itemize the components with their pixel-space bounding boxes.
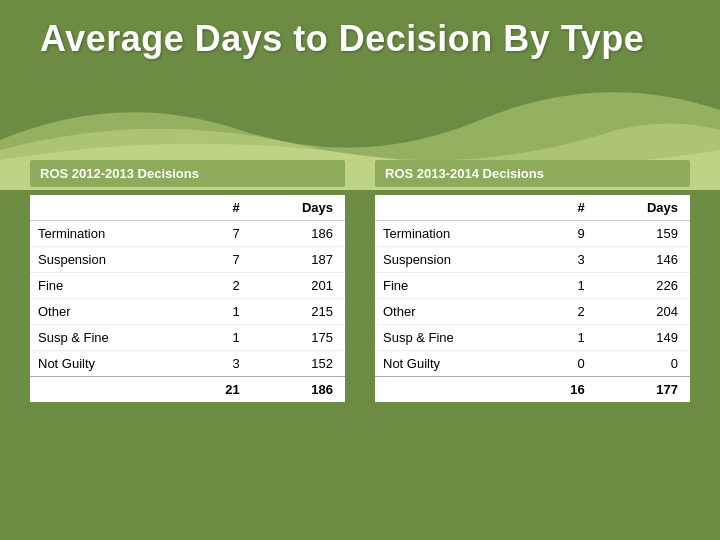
right-table-row: Susp & Fine 1 149 bbox=[375, 325, 690, 351]
right-total-days: 177 bbox=[597, 377, 690, 403]
right-table-section: ROS 2013-2014 Decisions # Days Terminati… bbox=[375, 160, 690, 520]
row-label: Fine bbox=[375, 273, 534, 299]
row-days: 187 bbox=[252, 247, 345, 273]
row-label: Termination bbox=[30, 221, 189, 247]
right-total-label bbox=[375, 377, 534, 403]
left-table-row: Other 1 215 bbox=[30, 299, 345, 325]
row-label: Other bbox=[30, 299, 189, 325]
row-hash: 7 bbox=[189, 221, 252, 247]
page-title: Average Days to Decision By Type bbox=[40, 18, 644, 60]
right-col-label bbox=[375, 195, 534, 221]
row-label: Other bbox=[375, 299, 534, 325]
row-days: 215 bbox=[252, 299, 345, 325]
left-total-days: 186 bbox=[252, 377, 345, 403]
right-table-row: Termination 9 159 bbox=[375, 221, 690, 247]
right-table-header: ROS 2013-2014 Decisions bbox=[375, 160, 690, 187]
right-total-row: 16 177 bbox=[375, 377, 690, 403]
row-hash: 1 bbox=[189, 325, 252, 351]
right-table-row: Fine 1 226 bbox=[375, 273, 690, 299]
row-label: Not Guilty bbox=[30, 351, 189, 377]
row-hash: 1 bbox=[189, 299, 252, 325]
row-hash: 1 bbox=[534, 325, 597, 351]
row-days: 152 bbox=[252, 351, 345, 377]
row-label: Susp & Fine bbox=[30, 325, 189, 351]
left-col-hash: # bbox=[189, 195, 252, 221]
row-days: 204 bbox=[597, 299, 690, 325]
row-label: Fine bbox=[30, 273, 189, 299]
left-table-row: Termination 7 186 bbox=[30, 221, 345, 247]
left-col-days: Days bbox=[252, 195, 345, 221]
row-days: 0 bbox=[597, 351, 690, 377]
row-days: 201 bbox=[252, 273, 345, 299]
left-table-row: Not Guilty 3 152 bbox=[30, 351, 345, 377]
row-label: Suspension bbox=[30, 247, 189, 273]
row-days: 146 bbox=[597, 247, 690, 273]
row-days: 175 bbox=[252, 325, 345, 351]
left-total-label bbox=[30, 377, 189, 403]
row-hash: 7 bbox=[189, 247, 252, 273]
row-hash: 3 bbox=[189, 351, 252, 377]
right-total-hash: 16 bbox=[534, 377, 597, 403]
row-days: 226 bbox=[597, 273, 690, 299]
row-hash: 1 bbox=[534, 273, 597, 299]
left-table-row: Susp & Fine 1 175 bbox=[30, 325, 345, 351]
left-total-row: 21 186 bbox=[30, 377, 345, 403]
right-table-row: Not Guilty 0 0 bbox=[375, 351, 690, 377]
row-days: 149 bbox=[597, 325, 690, 351]
right-col-hash: # bbox=[534, 195, 597, 221]
row-hash: 9 bbox=[534, 221, 597, 247]
left-table-row: Suspension 7 187 bbox=[30, 247, 345, 273]
left-total-hash: 21 bbox=[189, 377, 252, 403]
left-table-header: ROS 2012-2013 Decisions bbox=[30, 160, 345, 187]
content-area: ROS 2012-2013 Decisions # Days Terminati… bbox=[30, 160, 690, 520]
row-hash: 0 bbox=[534, 351, 597, 377]
right-table-row: Other 2 204 bbox=[375, 299, 690, 325]
row-label: Susp & Fine bbox=[375, 325, 534, 351]
row-hash: 2 bbox=[189, 273, 252, 299]
row-hash: 3 bbox=[534, 247, 597, 273]
row-label: Termination bbox=[375, 221, 534, 247]
left-col-label bbox=[30, 195, 189, 221]
right-table: # Days Termination 9 159 Suspension 3 14… bbox=[375, 195, 690, 402]
left-table-section: ROS 2012-2013 Decisions # Days Terminati… bbox=[30, 160, 345, 520]
left-table-row: Fine 2 201 bbox=[30, 273, 345, 299]
right-table-row: Suspension 3 146 bbox=[375, 247, 690, 273]
row-label: Suspension bbox=[375, 247, 534, 273]
row-hash: 2 bbox=[534, 299, 597, 325]
row-days: 186 bbox=[252, 221, 345, 247]
left-table: # Days Termination 7 186 Suspension 7 18… bbox=[30, 195, 345, 402]
row-label: Not Guilty bbox=[375, 351, 534, 377]
right-col-days: Days bbox=[597, 195, 690, 221]
row-days: 159 bbox=[597, 221, 690, 247]
